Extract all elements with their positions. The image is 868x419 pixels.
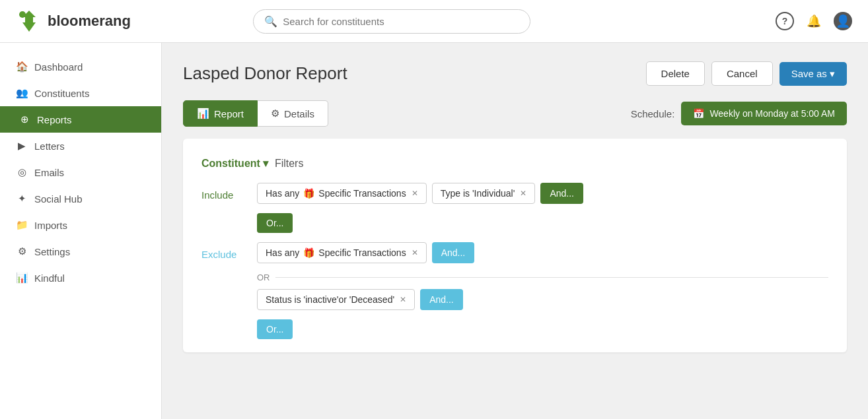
nav-icons: ? 🔔 👤 <box>776 12 852 30</box>
remove-exclude-chip-transactions[interactable]: ✕ <box>412 248 418 257</box>
remove-status-chip[interactable]: ✕ <box>400 295 406 304</box>
tab-details[interactable]: ⚙ Details <box>258 100 328 127</box>
svg-point-1 <box>19 11 26 18</box>
delete-button[interactable]: Delete <box>646 61 705 86</box>
exclude-chips: Has any 🎁 Specific Transactions ✕ And... <box>257 242 474 263</box>
avatar-icon[interactable]: 👤 <box>834 12 852 30</box>
page-title: Lasped Donor Report <box>183 63 347 84</box>
or-divider: OR <box>257 273 828 282</box>
help-icon[interactable]: ? <box>776 12 794 30</box>
gear-icon: ⚙ <box>271 108 279 119</box>
exclude-or-button[interactable]: Or... <box>257 319 293 339</box>
exclude-label: Exclude <box>201 242 249 260</box>
main-content: Lasped Donor Report Delete Cancel Save a… <box>162 43 868 419</box>
remove-chip-transactions[interactable]: ✕ <box>412 189 418 198</box>
constituents-icon: 👥 <box>16 87 28 99</box>
filters-label: Filters <box>275 158 304 170</box>
sidebar-item-constituents[interactable]: 👥 Constituents <box>0 80 161 106</box>
header-actions: Delete Cancel Save as ▾ <box>646 61 847 86</box>
schedule-label: Schedule: <box>631 108 675 119</box>
filter-header: Constituent ▾ Filters <box>201 157 828 170</box>
sidebar-item-emails[interactable]: ◎ Emails <box>0 159 161 185</box>
imports-icon: 📁 <box>16 219 28 231</box>
kindful-icon: 📊 <box>16 272 28 284</box>
page-header: Lasped Donor Report Delete Cancel Save a… <box>183 61 847 86</box>
include-or-button[interactable]: Or... <box>257 213 293 233</box>
sidebar-item-settings[interactable]: ⚙ Settings <box>0 238 161 265</box>
sidebar-item-social-hub[interactable]: ✦ Social Hub <box>0 185 161 212</box>
status-and-button[interactable]: And... <box>420 289 463 310</box>
include-and-button[interactable]: And... <box>540 183 583 204</box>
include-chips: Has any 🎁 Specific Transactions ✕ Type i… <box>257 183 583 204</box>
schedule-button[interactable]: 📅 Weekly on Monday at 5:00 AM <box>681 102 847 125</box>
pie-chart-icon: 📊 <box>197 108 209 119</box>
remove-chip-type[interactable]: ✕ <box>520 189 526 198</box>
gift-icon: 🎁 <box>303 188 314 199</box>
include-label: Include <box>201 183 249 201</box>
exclude-filter-row: Exclude Has any 🎁 Specific Transactions … <box>201 242 828 263</box>
sidebar-item-dashboard[interactable]: 🏠 Dashboard <box>0 53 161 80</box>
constituent-filter-button[interactable]: Constituent ▾ <box>201 157 268 170</box>
filter-card: Constituent ▾ Filters Include Has any 🎁 … <box>183 139 847 352</box>
save-as-button[interactable]: Save as ▾ <box>779 62 847 86</box>
social-hub-icon: ✦ <box>16 193 28 205</box>
exclude-and-button[interactable]: And... <box>432 242 475 263</box>
status-filter-row: Status is 'inactive'or 'Deceased' ✕ And.… <box>257 289 828 310</box>
sidebar-item-kindful[interactable]: 📊 Kindful <box>0 265 161 291</box>
tabs: 📊 Report ⚙ Details <box>183 100 328 127</box>
logo-icon <box>16 8 42 34</box>
logo[interactable]: bloomerang <box>16 8 131 34</box>
cancel-button[interactable]: Cancel <box>711 61 773 86</box>
sidebar-item-reports[interactable]: ⊕ Reports <box>0 106 161 133</box>
status-chip[interactable]: Status is 'inactive'or 'Deceased' ✕ <box>257 289 415 310</box>
include-chip-transactions[interactable]: Has any 🎁 Specific Transactions ✕ <box>257 183 427 204</box>
sidebar: 🏠 Dashboard 👥 Constituents ⊕ Reports ▶ L… <box>0 43 162 419</box>
gift-icon-exclude: 🎁 <box>303 247 314 258</box>
sidebar-item-letters[interactable]: ▶ Letters <box>0 133 161 159</box>
home-icon: 🏠 <box>16 61 28 73</box>
top-nav: bloomerang 🔍 ? 🔔 👤 <box>0 0 868 43</box>
include-chip-type[interactable]: Type is 'Individual' ✕ <box>432 183 536 204</box>
letters-icon: ▶ <box>16 140 28 152</box>
logo-text: bloomerang <box>48 13 131 30</box>
search-icon: 🔍 <box>264 15 277 28</box>
bell-icon[interactable]: 🔔 <box>805 12 823 30</box>
reports-icon: ⊕ <box>18 113 30 125</box>
status-chips: Status is 'inactive'or 'Deceased' ✕ And.… <box>257 289 463 310</box>
sidebar-item-imports[interactable]: 📁 Imports <box>0 212 161 238</box>
calendar-icon: 📅 <box>693 108 704 119</box>
exclude-chip-transactions[interactable]: Has any 🎁 Specific Transactions ✕ <box>257 242 427 263</box>
layout: 🏠 Dashboard 👥 Constituents ⊕ Reports ▶ L… <box>0 43 868 419</box>
search-input[interactable] <box>283 16 519 27</box>
tab-bar: 📊 Report ⚙ Details Schedule: 📅 Weekly on… <box>183 100 847 127</box>
emails-icon: ◎ <box>16 166 28 178</box>
include-filter-row: Include Has any 🎁 Specific Transactions … <box>201 183 828 204</box>
settings-icon: ⚙ <box>16 245 28 257</box>
chevron-down-icon: ▾ <box>263 157 268 170</box>
tab-report[interactable]: 📊 Report <box>183 100 258 127</box>
schedule-area: Schedule: 📅 Weekly on Monday at 5:00 AM <box>631 102 847 125</box>
search-bar[interactable]: 🔍 <box>253 9 530 34</box>
